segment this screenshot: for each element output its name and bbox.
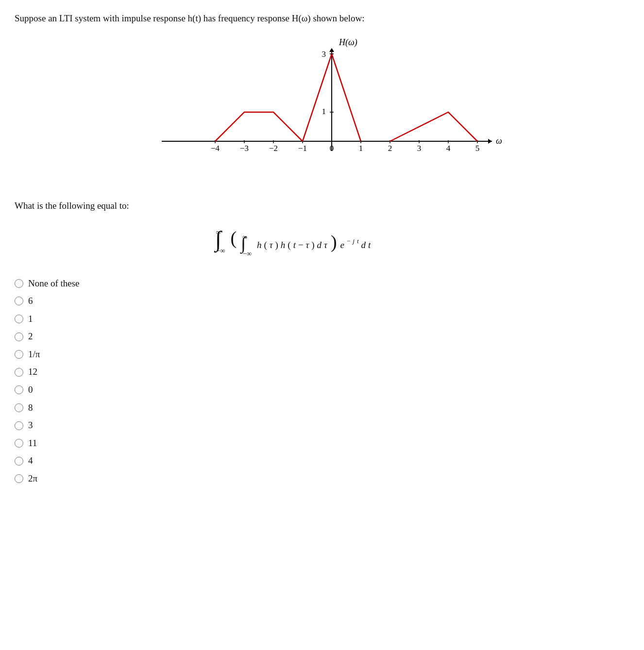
question-text: What is the following equal to: xyxy=(15,200,629,211)
x-axis-label: ω xyxy=(496,136,502,146)
radio-8[interactable] xyxy=(15,403,23,412)
option-4[interactable]: 4 xyxy=(15,454,629,467)
radio-11[interactable] xyxy=(15,439,23,448)
statement-text: Suppose an LTI system with impulse respo… xyxy=(15,13,364,23)
graph-left-trapezoid xyxy=(215,112,303,141)
ylabel-3: 3 xyxy=(322,50,326,59)
xlabel-2: 2 xyxy=(388,144,392,153)
label-0[interactable]: 0 xyxy=(28,383,33,397)
xlabel-3: 3 xyxy=(417,144,422,153)
label-none[interactable]: None of these xyxy=(28,277,80,290)
frequency-response-graph: −4 −3 −2 −1 0 1 2 3 4 5 1 3 ω H(ω) xyxy=(137,34,507,190)
integral-expression: ∫ ∞ −∞ ( ∫ ∞ −∞ h ( τ ) h ( t − τ ) d τ … xyxy=(205,220,439,264)
label-12[interactable]: 12 xyxy=(28,366,37,379)
ylabel-1: 1 xyxy=(322,107,326,116)
label-6[interactable]: 6 xyxy=(28,295,33,308)
option-none[interactable]: None of these xyxy=(15,277,629,290)
xlabel-4: 4 xyxy=(446,144,451,153)
options-list: None of these 6 1 2 1/π 12 0 8 3 11 4 xyxy=(15,277,629,485)
radio-2pi[interactable] xyxy=(15,474,23,483)
label-3[interactable]: 3 xyxy=(28,419,33,432)
radio-4[interactable] xyxy=(15,457,23,466)
option-3[interactable]: 3 xyxy=(15,419,629,432)
graph-container: −4 −3 −2 −1 0 1 2 3 4 5 1 3 ω H(ω) xyxy=(15,34,629,190)
xlabel--3: −3 xyxy=(240,144,249,153)
y-axis-arrow xyxy=(329,48,334,52)
radio-12[interactable] xyxy=(15,368,23,377)
option-11[interactable]: 11 xyxy=(15,437,629,450)
xlabel-1: 1 xyxy=(359,144,363,153)
label-2pi[interactable]: 2π xyxy=(28,472,37,485)
radio-6[interactable] xyxy=(15,297,23,305)
integral-container: ∫ ∞ −∞ ( ∫ ∞ −∞ h ( τ ) h ( t − τ ) d τ … xyxy=(15,220,629,264)
svg-text:∫
      ∞
      −∞

      
   : ∫ ∞ −∞ ( ∫ ∞ −∞ h ( τ ) h ( t − τ ) d τ … xyxy=(214,226,371,258)
option-1[interactable]: 1 xyxy=(15,313,629,326)
label-4[interactable]: 4 xyxy=(28,454,33,467)
option-0[interactable]: 0 xyxy=(15,383,629,397)
y-axis-label: H(ω) xyxy=(339,37,357,48)
label-11[interactable]: 11 xyxy=(28,437,37,450)
xlabel--2: −2 xyxy=(269,144,278,153)
xlabel--1: −1 xyxy=(298,144,307,153)
graph-right-triangle xyxy=(390,112,477,141)
label-1[interactable]: 1 xyxy=(28,313,33,326)
option-2[interactable]: 2 xyxy=(15,330,629,343)
x-axis-arrow xyxy=(488,139,492,144)
radio-3[interactable] xyxy=(15,421,23,430)
xlabel-5: 5 xyxy=(475,144,480,153)
problem-statement: Suppose an LTI system with impulse respo… xyxy=(15,12,629,26)
option-6[interactable]: 6 xyxy=(15,295,629,308)
option-8[interactable]: 8 xyxy=(15,401,629,415)
option-2pi[interactable]: 2π xyxy=(15,472,629,485)
radio-1[interactable] xyxy=(15,315,23,323)
xlabel-0: 0 xyxy=(330,144,334,153)
radio-1pi[interactable] xyxy=(15,350,23,359)
radio-2[interactable] xyxy=(15,333,23,341)
radio-none[interactable] xyxy=(15,279,23,288)
option-1pi[interactable]: 1/π xyxy=(15,348,629,361)
option-12[interactable]: 12 xyxy=(15,366,629,379)
radio-0[interactable] xyxy=(15,385,23,394)
label-2[interactable]: 2 xyxy=(28,330,33,343)
label-1pi[interactable]: 1/π xyxy=(28,348,40,361)
xlabel--4: −4 xyxy=(211,144,220,153)
label-8[interactable]: 8 xyxy=(28,401,33,415)
